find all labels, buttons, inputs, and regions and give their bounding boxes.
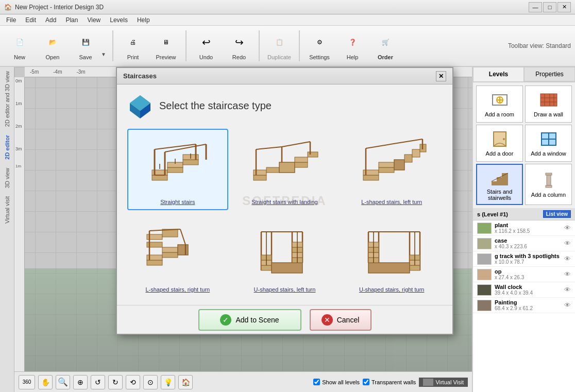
svg-line-64 — [366, 143, 397, 148]
toolbar-save-button[interactable]: 💾 Save — [70, 28, 101, 63]
toolbar-redo-button[interactable]: ↪ Redo — [224, 28, 255, 63]
object-thumb — [477, 253, 492, 265]
object-item[interactable]: Painting 68.4 x 2.9 x 61.2 👁 — [473, 298, 575, 313]
menu-add[interactable]: Add — [41, 15, 60, 25]
tile-stairs[interactable]: Stairs and stairwells — [476, 164, 523, 205]
360-view-btn[interactable]: 360 — [19, 375, 35, 389]
straight-stairs-label: Straight stairs — [160, 199, 195, 205]
add-to-scene-button[interactable]: ✓ Add to Scene — [198, 309, 301, 331]
svg-point-11 — [503, 138, 505, 140]
home-view-btn[interactable]: 🏠 — [178, 375, 193, 389]
menu-bar: File Edit Add Plan View Levels Help — [0, 14, 575, 26]
list-view-button[interactable]: List view — [543, 210, 571, 218]
reset-view-btn[interactable]: ⟲ — [126, 375, 140, 389]
object-item[interactable]: plant x 116.2 x 158.5 👁 — [473, 220, 575, 236]
print-icon: 🖨 — [123, 32, 143, 53]
rotate-cw-btn[interactable]: ↻ — [108, 375, 123, 389]
svg-rect-61 — [412, 149, 420, 157]
preview-icon: 🖥 — [156, 32, 176, 53]
undo-icon: ↩ — [196, 32, 216, 53]
eye-icon[interactable]: 👁 — [564, 224, 571, 232]
svg-rect-46 — [279, 162, 295, 173]
modal-close-button[interactable]: ✕ — [436, 71, 446, 81]
toolbar-undo-button[interactable]: ↩ Undo — [191, 28, 222, 63]
eye-icon[interactable]: 👁 — [564, 270, 571, 278]
object-item[interactable]: Wall clock 39.4 x 4.0 x 39.4 👁 — [473, 282, 575, 298]
svg-line-54 — [282, 142, 310, 147]
close-button[interactable]: ✕ — [557, 2, 571, 12]
svg-rect-60 — [404, 155, 412, 162]
toolbar-order-button[interactable]: 🛒 Order — [370, 28, 401, 63]
object-item[interactable]: g track with 3 spotlights x 10.0 x 78.7 … — [473, 251, 575, 267]
transparent-walls-checkbox[interactable]: Transparent walls — [363, 379, 416, 385]
staircase-u-right-thumb — [350, 221, 433, 283]
toolbar-save-group: 💾 Save ▼ — [70, 28, 108, 63]
svg-rect-43 — [253, 175, 266, 180]
label-3d[interactable]: 3D view — [4, 164, 10, 192]
toolbar-print-button[interactable]: 🖨 Print — [117, 28, 148, 63]
menu-levels[interactable]: Levels — [106, 15, 132, 25]
object-info: plant x 116.2 x 158.5 — [495, 222, 561, 234]
toolbar-new-button[interactable]: 📄 New — [4, 28, 35, 63]
toolbar-view-label: Toolbar view: Standard — [508, 42, 571, 49]
staircase-straight[interactable]: Straight stairs — [127, 129, 228, 210]
tab-properties[interactable]: Properties — [524, 67, 575, 81]
menu-file[interactable]: File — [2, 15, 20, 25]
light-btn[interactable]: 💡 — [161, 375, 175, 389]
save-dropdown-arrow[interactable]: ▼ — [101, 28, 108, 63]
label-2d-3d[interactable]: 2D editor and 3D view — [4, 67, 10, 131]
toolbar-open-button[interactable]: 📂 Open — [37, 28, 68, 63]
maximize-button[interactable]: □ — [543, 2, 556, 12]
virtual-visit-btn[interactable]: Virtual Visit — [419, 378, 468, 387]
cancel-button[interactable]: ✕ Cancel — [310, 309, 371, 331]
toolbar-settings-button[interactable]: ⚙ Settings — [304, 28, 335, 63]
menu-edit[interactable]: Edit — [21, 15, 40, 25]
staircase-l-right[interactable]: L-shaped stairs, right turn — [127, 216, 228, 298]
toolbar-preview-button[interactable]: 🖥 Preview — [150, 28, 181, 63]
object-thumb — [477, 238, 492, 249]
object-thumb — [477, 269, 492, 280]
tile-add-window[interactable]: Add a window — [525, 125, 572, 162]
show-levels-checkbox[interactable]: Show all levels — [313, 379, 360, 385]
label-virtual[interactable]: Virtual visit — [4, 192, 10, 228]
tile-add-room-label: Add a room — [485, 111, 514, 117]
staircase-l-left-thumb — [350, 134, 433, 196]
object-item[interactable]: case x 40.3 x 223.6 👁 — [473, 236, 575, 251]
tab-levels[interactable]: Levels — [473, 67, 524, 81]
l-left-svg — [356, 137, 428, 193]
staircase-straight-landing[interactable]: Straight stairs with landing — [234, 129, 335, 210]
eye-icon[interactable]: 👁 — [564, 255, 571, 263]
toolbar-help-button[interactable]: ❓ Help — [337, 28, 368, 63]
object-thumb — [477, 223, 492, 234]
menu-view[interactable]: View — [83, 15, 105, 25]
tile-draw-wall-label: Draw a wall — [534, 111, 563, 117]
object-item[interactable]: op x 27.4 x 26.3 👁 — [473, 267, 575, 282]
zoom-in-canvas-btn[interactable]: ⊕ — [73, 375, 88, 389]
tile-add-door[interactable]: Add a door — [476, 125, 523, 162]
staircase-l-left[interactable]: L-shaped stairs, left turn — [341, 129, 442, 210]
eye-icon[interactable]: 👁 — [564, 240, 571, 247]
staircase-u-right[interactable]: U-shaped stairs, right turn — [341, 216, 442, 298]
label-2d[interactable]: 2D editor — [4, 131, 10, 164]
toolbar-duplicate-button[interactable]: 📋 Duplicate — [264, 28, 295, 63]
object-info: g track with 3 spotlights x 10.0 x 78.7 — [495, 253, 561, 265]
rotate-ccw-btn[interactable]: ↺ — [91, 375, 105, 389]
zoom-out-canvas-btn[interactable]: 🔍 — [56, 375, 70, 389]
menu-plan[interactable]: Plan — [61, 15, 82, 25]
minimize-button[interactable]: — — [529, 2, 542, 12]
tile-draw-wall[interactable]: Draw a wall — [525, 86, 572, 123]
object-info: Wall clock 39.4 x 4.0 x 39.4 — [495, 284, 561, 296]
menu-help[interactable]: Help — [133, 15, 154, 25]
eye-icon[interactable]: 👁 — [564, 286, 571, 294]
tile-add-room[interactable]: Add a room — [476, 86, 523, 123]
eye-icon[interactable]: 👁 — [564, 301, 571, 309]
title-bar-controls[interactable]: — □ ✕ — [529, 2, 571, 12]
tile-add-column[interactable]: Add a column — [525, 164, 572, 205]
svg-line-51 — [256, 147, 282, 149]
staircase-u-left[interactable]: U-shaped stairs, left turn — [234, 216, 335, 298]
hand-tool-btn[interactable]: ✋ — [38, 375, 53, 389]
object-info: op x 27.4 x 26.3 — [495, 268, 561, 280]
svg-rect-48 — [295, 157, 308, 162]
add-window-svg — [539, 130, 558, 148]
orbit-btn[interactable]: ⊙ — [143, 375, 158, 389]
